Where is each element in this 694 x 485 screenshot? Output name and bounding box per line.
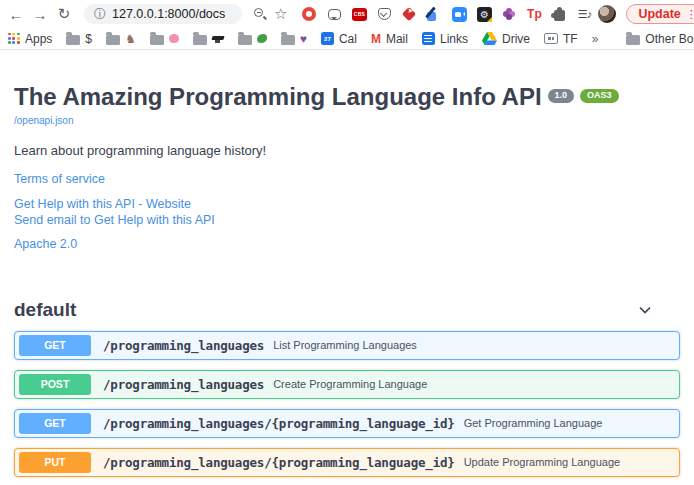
bookmark-label: Apps: [25, 32, 52, 46]
section-title: default: [14, 299, 76, 321]
purple-heart-emoji-icon: ♥: [300, 32, 307, 46]
bookmark-label: Mail: [386, 32, 408, 46]
back-icon: ←: [9, 6, 24, 23]
browser-toolbar: ← → ↻ ⓘ 127.0.0.1:8000/docs ☆ CBS ⚙ Tp ☰…: [0, 0, 694, 28]
gmail-icon: M: [371, 32, 381, 46]
method-badge: PUT: [19, 452, 91, 473]
plant-emoji-icon: [257, 34, 267, 43]
bookmark-cal[interactable]: 27 Cal: [321, 32, 357, 46]
bookmark-tf[interactable]: TF: [544, 32, 578, 46]
endpoint-path: /programming_languages: [103, 377, 264, 392]
api-links: Terms of service Get Help with this API …: [14, 172, 680, 253]
tf-favicon: [544, 33, 558, 44]
endpoint-row-get-list[interactable]: GET /programming_languages List Programm…: [14, 331, 680, 360]
horse-emoji-icon: ♞: [125, 32, 136, 46]
endpoint-row-get-one[interactable]: GET /programming_languages/{programming_…: [14, 409, 680, 438]
openapi-json-link[interactable]: /openapi.json: [14, 115, 74, 126]
bookmark-label: TF: [563, 32, 578, 46]
default-section-header[interactable]: default: [14, 293, 680, 331]
pocket-extension-icon[interactable]: [376, 6, 392, 22]
page-title: The Amazing Programming Language Info AP…: [14, 84, 680, 110]
bookmark-mail[interactable]: M Mail: [371, 32, 408, 46]
reload-icon: ↻: [58, 5, 71, 23]
method-badge: POST: [19, 374, 91, 395]
forward-button[interactable]: →: [30, 4, 50, 24]
bookmark-folder-grad-cap[interactable]: [193, 33, 224, 45]
bookmark-drive[interactable]: Drive: [482, 32, 530, 46]
oas3-badge: OAS3: [580, 89, 619, 103]
folder-icon: [66, 35, 80, 45]
bookmark-folder-brain[interactable]: [150, 33, 179, 45]
reload-button[interactable]: ↻: [54, 4, 74, 24]
update-label: Update: [638, 7, 680, 21]
bookmark-apps[interactable]: Apps: [8, 32, 52, 46]
purple-flower-extension-icon[interactable]: [501, 6, 517, 22]
bookmark-label: Cal: [339, 32, 357, 46]
api-title-text: The Amazing Programming Language Info AP…: [14, 84, 542, 110]
chat-bubble-extension-icon[interactable]: [326, 6, 342, 22]
endpoint-path: /programming_languages: [103, 338, 264, 353]
folder-icon: [281, 35, 295, 45]
other-bookmarks[interactable]: Other Bookmarks: [626, 32, 694, 46]
license-link[interactable]: Apache 2.0: [14, 237, 680, 253]
version-badge: 1.0: [548, 89, 575, 103]
bookmark-label: Links: [440, 32, 468, 46]
bookmark-star-icon[interactable]: ☆: [274, 5, 287, 23]
bookmark-folder-purple-heart[interactable]: ♥: [281, 32, 307, 46]
api-description: Learn about programming language history…: [14, 143, 680, 158]
zoom-camera-extension-icon[interactable]: [451, 6, 467, 22]
bookmark-label: $: [85, 32, 92, 46]
forward-icon: →: [33, 6, 48, 23]
profile-avatar[interactable]: [598, 5, 616, 23]
calendar-icon: 27: [321, 32, 334, 45]
brain-emoji-icon: [169, 34, 179, 43]
endpoint-summary: Get Programming Language: [464, 417, 603, 429]
bookmark-label: Drive: [502, 32, 530, 46]
puzzle-extensions-icon[interactable]: [551, 6, 567, 22]
bookmark-folder-dollar[interactable]: $: [66, 32, 92, 46]
update-button[interactable]: Update ⋮: [626, 4, 694, 24]
bookmarks-overflow-chevron[interactable]: »: [592, 32, 599, 46]
bookmark-links[interactable]: Links: [422, 32, 468, 46]
endpoint-summary: List Programming Languages: [273, 339, 417, 351]
folder-icon: [150, 35, 164, 45]
extensions-row: CBS ⚙ Tp ☰♪: [301, 6, 592, 22]
endpoint-path: /programming_languages/{programming_lang…: [103, 416, 455, 431]
zoom-level-icon[interactable]: [254, 8, 266, 20]
address-bar[interactable]: ⓘ 127.0.0.1:8000/docs: [84, 4, 242, 24]
graduation-cap-emoji-icon: [212, 36, 224, 43]
folder-icon: [193, 35, 207, 45]
api-info-block: The Amazing Programming Language Info AP…: [14, 84, 680, 253]
folder-icon: [626, 35, 640, 45]
other-bookmarks-label: Other Bookmarks: [645, 32, 694, 46]
endpoint-summary: Update Programming Language: [464, 456, 621, 468]
tp-extension-icon[interactable]: Tp: [526, 6, 542, 22]
bookmark-folder-plant[interactable]: [238, 33, 267, 45]
endpoint-summary: Create Programming Language: [273, 378, 427, 390]
endpoint-row-put-update[interactable]: PUT /programming_languages/{programming_…: [14, 448, 680, 477]
back-button[interactable]: ←: [6, 4, 26, 24]
bookmarks-bar: Apps $ ♞ ♥ 27 Cal M Mail Links: [0, 28, 694, 50]
collapse-section-button[interactable]: [634, 299, 656, 321]
cbs-extension-icon[interactable]: CBS: [351, 6, 367, 22]
swagger-docs-page: The Amazing Programming Language Info AP…: [0, 84, 694, 485]
endpoint-row-post-create[interactable]: POST /programming_languages Create Progr…: [14, 370, 680, 399]
terms-of-service-link[interactable]: Terms of service: [14, 172, 680, 188]
google-drive-icon: [482, 32, 497, 45]
chevron-down-icon: [635, 300, 655, 320]
dark-gear-extension-icon[interactable]: ⚙: [476, 6, 492, 22]
method-badge: GET: [19, 413, 91, 434]
red-diamond-extension-icon[interactable]: [401, 6, 417, 22]
get-help-website-link[interactable]: Get Help with this API - Website: [14, 197, 680, 213]
endpoint-path: /programming_languages/{programming_lang…: [103, 455, 455, 470]
bookmark-folder-horse[interactable]: ♞: [106, 32, 136, 46]
red-circle-extension-icon[interactable]: [301, 6, 317, 22]
get-help-email-link[interactable]: Send email to Get Help with this API: [14, 213, 680, 229]
method-badge: GET: [19, 335, 91, 356]
links-icon: [422, 32, 435, 45]
playlist-extension-icon[interactable]: ☰♪: [576, 6, 592, 22]
url-text: 127.0.0.1:8000/docs: [112, 7, 225, 21]
browser-menu-icon[interactable]: ⋮: [686, 8, 694, 21]
site-info-icon[interactable]: ⓘ: [94, 6, 106, 23]
marker-extension-icon[interactable]: [426, 6, 442, 22]
